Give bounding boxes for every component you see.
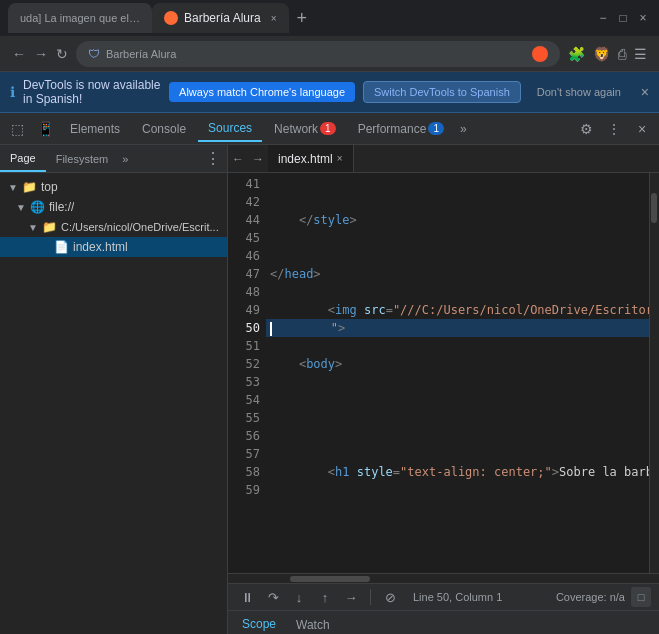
tab-watch[interactable]: Watch [286,611,340,634]
code-line-52: <body> [266,355,649,373]
code-tab-index-html[interactable]: index.html × [268,145,354,172]
coverage-label: Coverage: n/a [556,591,625,603]
share-icon[interactable]: ⎙ [618,46,626,62]
tab-active[interactable]: Barbería Alura × [152,3,289,33]
step-over-button[interactable]: ↷ [262,586,284,608]
code-tab-label: index.html [278,152,333,166]
device-emulation-button[interactable]: 📱 [32,116,58,142]
always-match-language-button[interactable]: Always match Chrome's language [169,82,355,102]
tree-item-index-html[interactable]: 📄 index.html [0,237,227,257]
line-num-45: 45 [234,229,260,247]
dont-show-again-button[interactable]: Don't show again [529,82,629,102]
close-button[interactable]: × [635,10,651,26]
code-line-56 [266,427,649,445]
code-line-42 [266,193,649,211]
scrollbar-vertical[interactable] [649,173,659,573]
tree-folder-icon-file: 🌐 [30,200,45,214]
tab-inactive-label: uda] La imagen que el instructo [20,12,140,24]
code-forward-button[interactable]: → [248,149,268,169]
line-num-49: 49 [234,301,260,319]
tree-folder-icon-top: 📁 [22,180,37,194]
menu-icon[interactable]: ☰ [634,46,647,62]
notification-message: DevTools is now available in Spanish! [23,78,161,106]
line-num-51: 51 [234,337,260,355]
devtools-body: Page Filesystem » ⋮ ▼ 📁 top ▼ 🌐 file:// [0,145,659,634]
scope-watch-tabs: Scope Watch [228,611,659,634]
tab-active-label: Barbería Alura [184,11,261,25]
shield-icon: 🛡 [88,47,100,61]
panel-tabs: Page Filesystem » ⋮ [0,145,227,173]
line-num-54: 54 [234,391,260,409]
tree-label-index: index.html [73,240,128,254]
refresh-icon[interactable]: ↻ [56,46,68,62]
step-button[interactable]: → [340,586,362,608]
step-out-button[interactable]: ↑ [314,586,336,608]
line-num-58: 58 [234,463,260,481]
line-num-55: 55 [234,409,260,427]
tab-inactive[interactable]: uda] La imagen que el instructo [8,3,152,33]
code-panel: ← → index.html × 41 42 44 45 46 47 48 49… [228,145,659,634]
scrollbar-horizontal-thumb[interactable] [290,576,370,582]
address-bar: ← → ↻ 🛡 Barbería Alura 🧩 🦁 ⎙ ☰ [0,36,659,72]
line-num-59: 59 [234,481,260,499]
line-num-42: 42 [234,193,260,211]
more-tabs-button[interactable]: » [456,122,471,136]
tree-arrow-folder: ▼ [28,222,38,233]
brave-rewards-icon[interactable]: 🦁 [593,46,610,62]
info-icon: ℹ [10,84,15,100]
tab-favicon [164,11,178,25]
maximize-button[interactable]: □ [615,10,631,26]
back-icon[interactable]: ← [12,46,26,62]
tab-page[interactable]: Page [0,145,46,172]
coverage-button[interactable]: □ [631,587,651,607]
tab-close-button[interactable]: × [271,13,277,24]
switch-to-spanish-button[interactable]: Switch DevTools to Spanish [363,81,521,103]
tree-arrow-file: ▼ [16,202,26,213]
customize-devtools-button[interactable]: ⋮ [601,116,627,142]
devtools-toolbar: ⬚ 📱 Elements Console Sources Network 1 P… [0,113,659,145]
scrollbar-vertical-thumb[interactable] [651,193,657,223]
code-back-button[interactable]: ← [228,149,248,169]
line-num-41: 41 [234,175,260,193]
panel-menu-button[interactable]: ⋮ [199,149,227,168]
code-line-59 [266,481,649,499]
new-tab-button[interactable]: + [289,8,316,29]
deactivate-button[interactable]: ⊘ [379,586,401,608]
scrollbar-horizontal[interactable] [228,573,659,583]
tree-item-folder[interactable]: ▼ 📁 C:/Users/nicol/OneDrive/Escrit... [0,217,227,237]
code-editor[interactable]: 41 42 44 45 46 47 48 49 50 51 52 53 54 5… [228,173,659,573]
address-input[interactable]: 🛡 Barbería Alura [76,41,560,67]
tab-console[interactable]: Console [132,116,196,142]
line-numbers: 41 42 44 45 46 47 48 49 50 51 52 53 54 5… [228,173,266,573]
code-line-49: <img src="///C:/Users/nicol/OneDrive/Esc… [266,301,649,319]
line-num-50: 50 [234,319,260,337]
element-selector-button[interactable]: ⬚ [4,116,30,142]
tab-sources[interactable]: Sources [198,116,262,142]
notification-close-button[interactable]: × [641,84,649,100]
line-num-53: 53 [234,373,260,391]
tab-filesystem[interactable]: Filesystem [46,145,119,172]
line-num-52: 52 [234,355,260,373]
forward-icon[interactable]: → [34,46,48,62]
pause-button[interactable]: ⏸ [236,586,258,608]
tab-network[interactable]: Network 1 [264,116,346,142]
step-into-button[interactable]: ↓ [288,586,310,608]
tree-item-file[interactable]: ▼ 🌐 file:// [0,197,227,217]
code-line-51 [266,337,649,355]
tree-item-top[interactable]: ▼ 📁 top [0,177,227,197]
tab-performance[interactable]: Performance 1 [348,116,454,142]
code-line-44: </style> [266,211,649,229]
code-line-57 [266,445,649,463]
code-line-45 [266,229,649,247]
close-devtools-button[interactable]: × [629,116,655,142]
settings-icon[interactable]: ⚙ [573,116,599,142]
more-panel-tabs-button[interactable]: » [118,153,132,165]
extensions-icon[interactable]: 🧩 [568,46,585,62]
tab-scope[interactable]: Scope [232,611,286,634]
cursor-location: Line 50, Column 1 [413,591,502,603]
code-tab-close-button[interactable]: × [337,153,343,164]
code-line-53 [266,373,649,391]
minimize-button[interactable]: − [595,10,611,26]
tab-elements[interactable]: Elements [60,116,130,142]
devtools-notification: ℹ DevTools is now available in Spanish! … [0,72,659,113]
